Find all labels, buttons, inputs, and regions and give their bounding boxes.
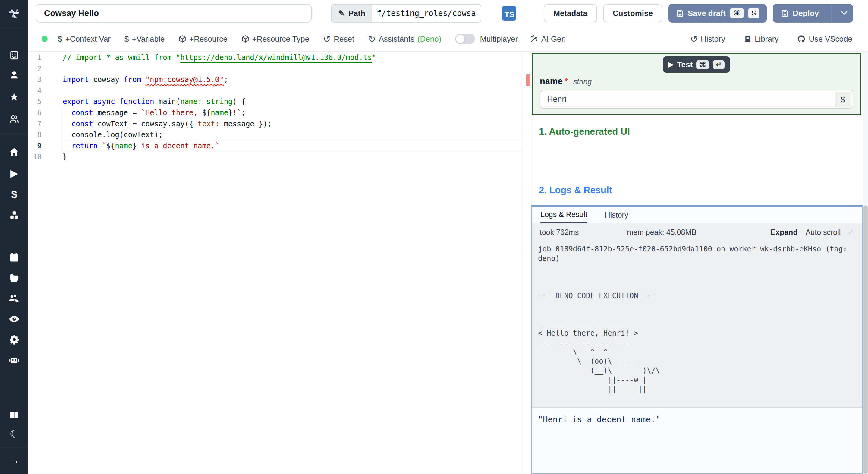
library-icon bbox=[744, 35, 752, 43]
windmill-logo[interactable] bbox=[0, 0, 28, 27]
folder-icon[interactable] bbox=[7, 271, 22, 285]
calendar-icon[interactable] bbox=[7, 250, 22, 265]
save-icon bbox=[781, 9, 788, 17]
path-edit-button[interactable]: ✎ Path bbox=[332, 4, 372, 22]
save-draft-button[interactable]: Save draft ⌘ S bbox=[669, 4, 767, 23]
logs-tabs: Logs & Result History bbox=[532, 207, 862, 224]
history-label: History bbox=[701, 34, 725, 44]
add-resource-button[interactable]: +Resource bbox=[179, 34, 227, 44]
path-value[interactable]: f/testing_roles/cowsa bbox=[372, 4, 481, 22]
play-icon[interactable]: ▶ bbox=[7, 166, 22, 180]
kbd-cmd: ⌘ bbox=[730, 8, 744, 19]
reset-button[interactable]: ↺ Reset bbox=[323, 34, 354, 44]
history-icon: ↺ bbox=[690, 34, 698, 44]
metadata-button[interactable]: Metadata bbox=[544, 4, 597, 22]
customise-button[interactable]: Customise bbox=[603, 4, 662, 22]
section-logs-result: 2. Logs & Result bbox=[539, 185, 612, 196]
cubes-icon[interactable] bbox=[7, 208, 22, 223]
deploy-split-divider bbox=[831, 4, 831, 23]
arg-name-input[interactable] bbox=[540, 90, 853, 109]
tab-history[interactable]: History bbox=[605, 207, 628, 224]
insert-variable-button[interactable]: $ bbox=[835, 92, 851, 107]
use-vscode-button[interactable]: Use VScode bbox=[797, 34, 852, 44]
code-line[interactable]: 10} bbox=[28, 151, 531, 162]
code-line[interactable]: 3import cowsay from "npm:cowsay@1.5.0"; bbox=[28, 74, 531, 85]
home-icon[interactable] bbox=[7, 145, 22, 159]
dollar-icon: $ bbox=[58, 34, 62, 44]
assistants-button[interactable]: ↻ Assistants (Deno) bbox=[368, 34, 441, 44]
save-icon bbox=[676, 9, 684, 17]
code-line[interactable]: 5export async function main(name: string… bbox=[28, 96, 531, 107]
result-output: "Henri is a decent name." bbox=[532, 408, 862, 473]
pencil-icon: ✎ bbox=[338, 9, 345, 18]
code-editor[interactable]: 1// import * as wmill from "https://deno… bbox=[28, 52, 531, 474]
expand-sidebar-arrow-icon[interactable]: → bbox=[7, 453, 22, 467]
multiplayer-toggle[interactable] bbox=[455, 34, 475, 44]
dollar-icon[interactable]: $ bbox=[7, 187, 22, 201]
history-button[interactable]: ↺ History bbox=[690, 34, 725, 44]
auto-scroll-label[interactable]: Auto scroll bbox=[806, 228, 841, 237]
run-stats-row: took 762ms mem peak: 45.08MB Expand Auto… bbox=[532, 224, 862, 241]
book-icon[interactable] bbox=[7, 408, 22, 422]
users-gear-icon[interactable] bbox=[7, 291, 22, 306]
line-number: 3 bbox=[28, 74, 41, 85]
deploy-button[interactable]: Deploy bbox=[773, 4, 853, 23]
test-label: Test bbox=[677, 60, 693, 69]
logs-result-box: Logs & Result History took 762ms mem pea… bbox=[531, 205, 863, 474]
test-button[interactable]: ▶ Test ⌘ ↵ bbox=[663, 56, 730, 73]
section-auto-generated-ui: 1. Auto-generated UI bbox=[539, 126, 630, 137]
add-resource-type-label: +Resource Type bbox=[252, 34, 310, 44]
moon-icon[interactable]: ☾ bbox=[7, 427, 22, 441]
tab-logs-result[interactable]: Logs & Result bbox=[540, 207, 587, 224]
play-icon: ▶ bbox=[669, 61, 674, 68]
ai-gen-button[interactable]: AI Gen bbox=[530, 34, 566, 44]
add-resource-label: +Resource bbox=[189, 34, 227, 44]
args-box: ▶ Test ⌘ ↵ name * string $ bbox=[532, 53, 861, 115]
gear-icon[interactable] bbox=[7, 332, 22, 347]
code-line[interactable]: 7 const cowText = cowsay.say({ text: mes… bbox=[28, 119, 531, 130]
person-icon[interactable] bbox=[7, 68, 22, 82]
code-line[interactable]: 1// import * as wmill from "https://deno… bbox=[28, 52, 531, 63]
line-number: 5 bbox=[28, 96, 41, 107]
add-context-var-label: +Context Var bbox=[65, 34, 111, 44]
line-number: 4 bbox=[28, 85, 41, 96]
indent-guide bbox=[61, 108, 61, 152]
path-label: Path bbox=[348, 9, 365, 18]
workspace: 1// import * as wmill from "https://deno… bbox=[28, 52, 868, 474]
line-number: 7 bbox=[28, 119, 41, 130]
code-line[interactable]: 4 bbox=[28, 85, 531, 96]
overview-warning-marker bbox=[526, 75, 530, 86]
assistants-label: Assistants bbox=[378, 34, 414, 44]
sidebar: ★ ▶ $ bbox=[0, 0, 28, 474]
code-line[interactable]: 2 bbox=[28, 63, 531, 75]
mem-peak-label: mem peak: 45.08MB bbox=[627, 228, 696, 237]
add-context-var-button[interactable]: $ +Context Var bbox=[58, 34, 111, 44]
refresh-icon: ↻ bbox=[368, 34, 375, 44]
panel-scrollbar-thumb[interactable] bbox=[864, 205, 868, 474]
building-icon[interactable] bbox=[7, 48, 22, 62]
kbd-s: S bbox=[748, 8, 760, 19]
kbd-cmd: ⌘ bbox=[696, 60, 709, 69]
users-icon[interactable] bbox=[7, 112, 22, 126]
library-button[interactable]: Library bbox=[744, 34, 778, 44]
deploy-label: Deploy bbox=[793, 9, 819, 18]
robot-icon[interactable] bbox=[7, 353, 22, 367]
eye-icon[interactable] bbox=[7, 312, 22, 326]
deploy-dropdown-button[interactable] bbox=[835, 4, 853, 23]
add-variable-button[interactable]: $ +Variable bbox=[124, 34, 164, 44]
code-line[interactable]: 8 console.log(cowText); bbox=[28, 129, 531, 141]
code-lines: 1// import * as wmill from "https://deno… bbox=[28, 52, 531, 162]
multiplayer-label: Multiplayer bbox=[480, 34, 518, 44]
script-title-input[interactable] bbox=[36, 4, 312, 23]
kbd-enter: ↵ bbox=[713, 60, 724, 69]
expand-button[interactable]: Expand bbox=[770, 228, 798, 237]
package-icon bbox=[241, 35, 249, 43]
save-draft-label: Save draft bbox=[688, 9, 726, 18]
add-resource-type-button[interactable]: +Resource Type bbox=[241, 34, 310, 44]
toggle-knob bbox=[456, 35, 464, 43]
editor-edge bbox=[523, 52, 523, 474]
code-line[interactable]: 9 return `${name} is a decent name.` bbox=[28, 141, 531, 152]
windmill-script-editor: ★ ▶ $ bbox=[0, 0, 868, 474]
star-icon[interactable]: ★ bbox=[7, 90, 22, 104]
code-line[interactable]: 6 const message = `Hello there, ${name}!… bbox=[28, 107, 531, 119]
